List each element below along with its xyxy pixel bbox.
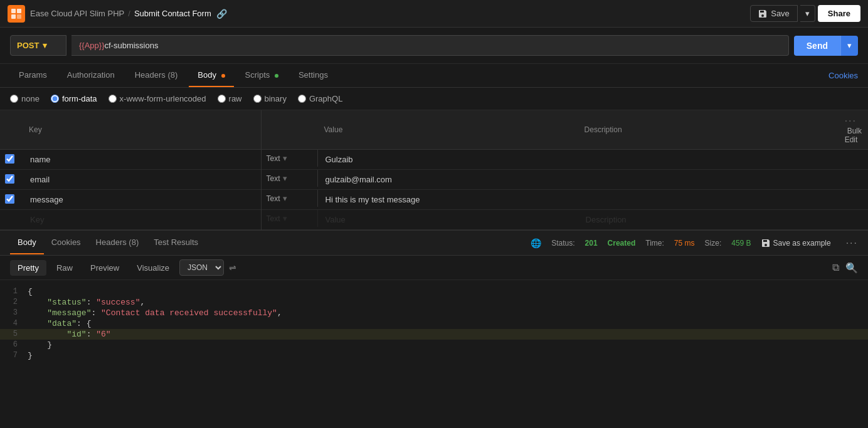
format-tab-raw[interactable]: Raw bbox=[49, 260, 80, 276]
row-1-action-cell bbox=[839, 150, 868, 170]
url-input[interactable]: {{App}}cf-submissions bbox=[71, 35, 789, 56]
resp-tab-cookies[interactable]: Cookies bbox=[44, 231, 88, 254]
format-tab-pretty[interactable]: Pretty bbox=[10, 260, 46, 276]
status-text: Created bbox=[608, 239, 636, 248]
body-form-table: Key Value Description ··· Bulk Edit bbox=[0, 110, 868, 230]
save-button[interactable]: Save bbox=[750, 5, 798, 22]
col-value-header: Value bbox=[318, 110, 578, 150]
placeholder-key-cell bbox=[23, 210, 261, 230]
table-placeholder-row: Text ▾ bbox=[0, 210, 868, 230]
method-label: POST bbox=[17, 41, 39, 50]
resp-tab-body[interactable]: Body bbox=[10, 231, 44, 254]
row-2-key-input[interactable] bbox=[28, 174, 256, 185]
row-1-check-cell bbox=[0, 150, 23, 170]
tab-settings[interactable]: Settings bbox=[290, 64, 337, 87]
table-row: Text ▾ bbox=[0, 190, 868, 210]
row-1-desc-input[interactable] bbox=[583, 154, 834, 165]
row-2-type-chevron[interactable]: ▾ bbox=[283, 174, 287, 183]
tab-scripts[interactable]: Scripts bbox=[236, 64, 287, 87]
row-2-value-cell bbox=[318, 170, 578, 190]
line-num-1: 1 bbox=[0, 287, 28, 296]
method-select[interactable]: POST ▾ bbox=[10, 35, 66, 56]
breadcrumb: Ease Cloud API Slim PHP / Submit Contact… bbox=[30, 9, 211, 18]
search-icon[interactable]: 🔍 bbox=[845, 262, 858, 274]
body-options: none form-data x-www-form-urlencoded raw… bbox=[0, 88, 868, 110]
tab-headers[interactable]: Headers (8) bbox=[126, 64, 187, 87]
col-desc-header: Description bbox=[578, 110, 839, 150]
save-dropdown-button[interactable]: ▾ bbox=[800, 5, 815, 22]
line-content-4: "data": { bbox=[28, 319, 868, 328]
row-3-value-cell bbox=[318, 190, 578, 210]
radio-urlencoded[interactable]: x-www-form-urlencoded bbox=[109, 94, 206, 103]
breadcrumb-current: Submit Contact Form bbox=[134, 9, 211, 18]
resp-tab-test-results[interactable]: Test Results bbox=[146, 231, 206, 254]
format-tab-visualize[interactable]: Visualize bbox=[129, 260, 177, 276]
code-line-7: 7 } bbox=[0, 350, 868, 361]
time-value: 75 ms bbox=[674, 239, 695, 248]
row-2-type-cell: Text ▾ bbox=[262, 170, 318, 187]
response-status-bar: 🌐 Status: 201 Created Time: 75 ms Size: … bbox=[531, 237, 858, 249]
row-3-checkbox[interactable] bbox=[5, 194, 14, 204]
radio-graphql[interactable]: GraphQL bbox=[298, 94, 342, 103]
row-1-checkbox[interactable] bbox=[5, 154, 14, 164]
radio-none[interactable]: none bbox=[10, 94, 40, 103]
filter-icon[interactable]: ⇌ bbox=[229, 263, 236, 273]
row-3-type-label: Text bbox=[267, 194, 280, 203]
time-label: Time: bbox=[645, 239, 664, 248]
row-1-value-input[interactable] bbox=[323, 154, 573, 165]
row-2-desc-input[interactable] bbox=[583, 174, 834, 185]
svg-rect-2 bbox=[11, 14, 16, 19]
placeholder-value-input[interactable] bbox=[323, 214, 573, 226]
format-type-select[interactable]: JSON XML HTML Text bbox=[179, 259, 224, 276]
radio-form-data[interactable]: form-data bbox=[51, 94, 97, 103]
share-button[interactable]: Share bbox=[818, 5, 860, 22]
code-line-3: 3 "message": "Contact data received succ… bbox=[0, 308, 868, 318]
line-content-3: "message": "Contact data received succes… bbox=[28, 308, 868, 318]
code-line-5: 5 "id": "6" bbox=[0, 329, 868, 340]
tab-params[interactable]: Params bbox=[10, 64, 56, 87]
format-tab-preview[interactable]: Preview bbox=[83, 260, 127, 276]
row-1-type-chevron[interactable]: ▾ bbox=[283, 154, 287, 163]
more-options-button[interactable]: ··· bbox=[846, 237, 858, 249]
url-path: cf-submissions bbox=[105, 41, 159, 50]
row-3-type-cell: Text ▾ bbox=[262, 190, 318, 207]
placeholder-check-cell bbox=[0, 210, 23, 230]
table-row: Text ▾ bbox=[0, 170, 868, 190]
code-line-2: 2 "status": "success", bbox=[0, 297, 868, 308]
resp-tab-headers[interactable]: Headers (8) bbox=[88, 231, 147, 254]
line-num-2: 2 bbox=[0, 298, 28, 306]
row-3-type-chevron[interactable]: ▾ bbox=[283, 194, 287, 203]
row-1-key-input[interactable] bbox=[28, 154, 256, 165]
row-2-type-label: Text bbox=[267, 174, 280, 183]
row-1-type-label: Text bbox=[267, 154, 280, 163]
send-button[interactable]: Send bbox=[794, 36, 840, 56]
placeholder-value-cell bbox=[318, 210, 578, 230]
row-2-desc-cell bbox=[578, 170, 839, 190]
radio-binary[interactable]: binary bbox=[253, 94, 287, 103]
breadcrumb-parent[interactable]: Ease Cloud API Slim PHP bbox=[30, 9, 124, 18]
table-header-row: Key Value Description ··· Bulk Edit bbox=[0, 110, 868, 150]
row-2-checkbox[interactable] bbox=[5, 174, 14, 184]
row-2-value-input[interactable] bbox=[323, 174, 573, 185]
row-3-key-input[interactable] bbox=[28, 194, 256, 206]
save-example-button[interactable]: Save as example bbox=[761, 239, 831, 248]
cookies-link[interactable]: Cookies bbox=[828, 71, 858, 80]
row-3-key-cell bbox=[23, 190, 261, 210]
tab-body[interactable]: Body bbox=[189, 64, 233, 87]
send-dropdown-button[interactable]: ▾ bbox=[840, 36, 858, 56]
placeholder-key-input[interactable] bbox=[28, 214, 256, 226]
method-chevron: ▾ bbox=[43, 41, 47, 50]
placeholder-desc-input[interactable] bbox=[583, 214, 834, 226]
line-num-5: 5 bbox=[0, 330, 28, 338]
response-code-view: 1 { 2 "status": "success", 3 "message": … bbox=[0, 280, 868, 380]
copy-icon[interactable]: ⧉ bbox=[832, 262, 839, 273]
row-3-value-input[interactable] bbox=[323, 194, 573, 206]
tab-authorization[interactable]: Authorization bbox=[58, 64, 124, 87]
url-variable: {{App}} bbox=[79, 41, 105, 50]
row-3-desc-input[interactable] bbox=[583, 194, 834, 206]
placeholder-type-chevron[interactable]: ▾ bbox=[283, 214, 287, 223]
svg-rect-1 bbox=[17, 9, 21, 13]
row-3-check-cell bbox=[0, 190, 23, 210]
link-icon[interactable]: 🔗 bbox=[216, 9, 227, 19]
radio-raw[interactable]: raw bbox=[218, 94, 242, 103]
